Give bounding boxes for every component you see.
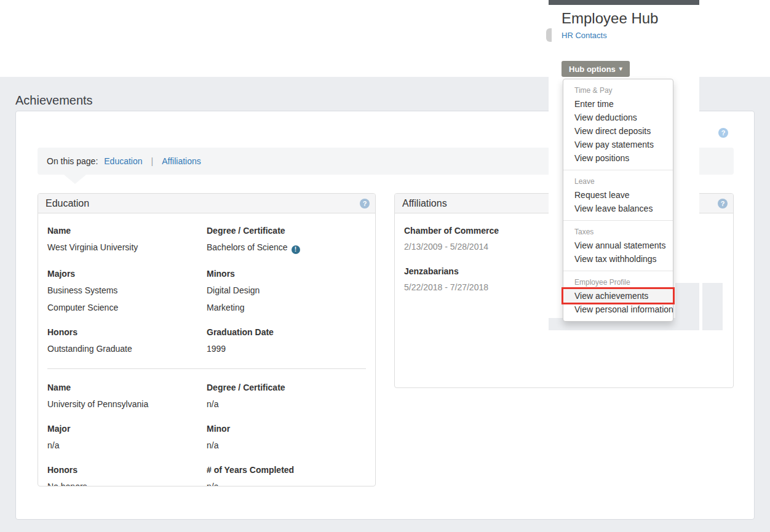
menu-divider [563, 271, 673, 271]
caret-down-icon: ▾ [619, 66, 622, 72]
field-value: 1999 [207, 344, 360, 354]
menu-item-view-tax-withholdings[interactable]: View tax withholdings [563, 252, 673, 266]
page-title: Achievements [15, 93, 93, 108]
field-label-honors: Honors [47, 465, 200, 475]
field-column-right: MinorsDigital DesignMarketing [207, 269, 366, 320]
field-label-degree-certificate: Degree / Certificate [207, 383, 360, 392]
side-tab-handle[interactable] [546, 28, 552, 42]
menu-divider [563, 170, 673, 170]
help-icon[interactable]: ? [718, 128, 728, 138]
menu-item-view-positions[interactable]: View positions [563, 151, 673, 165]
hub-options-button[interactable]: Hub options ▾ [562, 61, 630, 77]
field-value: n/a [207, 482, 360, 486]
field-column-left: NameWest Virginia University [47, 226, 207, 261]
field-value: Computer Science [47, 303, 200, 312]
menu-divider [563, 220, 673, 221]
education-panel-body: NameWest Virginia UniversityDegree / Cer… [38, 213, 375, 486]
field-label-degree-certificate: Degree / Certificate [207, 226, 360, 236]
education-panel: Education ? NameWest Virginia University… [38, 193, 376, 486]
field-value: Outstanding Graduate [47, 344, 200, 354]
field-column-right: Graduation Date1999 [207, 327, 366, 361]
field-value: Bachelors of Science! [207, 242, 360, 254]
education-field-row: NameWest Virginia UniversityDegree / Cer… [47, 226, 366, 261]
hr-contacts-link[interactable]: HR Contacts [562, 31, 607, 40]
field-value: West Virginia University [47, 242, 200, 252]
field-column-left: NameUniversity of Pennsylvania [47, 383, 207, 416]
entry-divider [47, 368, 366, 369]
field-value: Business Systems [47, 285, 200, 295]
help-icon[interactable]: ? [718, 199, 728, 208]
field-value: University of Pennsylvania [47, 399, 200, 409]
menu-item-view-annual-statements[interactable]: View annual statements [563, 239, 673, 252]
education-panel-header: Education ? [38, 194, 375, 213]
on-this-page-link-affiliations[interactable]: Affiliations [162, 156, 201, 166]
menu-item-view-achievements[interactable]: View achievements [563, 289, 673, 303]
menu-section-header-taxes: Taxes [563, 226, 673, 239]
education-field-row: Majorn/aMinorn/a [47, 424, 366, 458]
field-column-right: Degree / Certificaten/a [207, 383, 366, 416]
field-label-minors: Minors [207, 269, 360, 279]
education-field-row: HonorsOutstanding GraduateGraduation Dat… [47, 327, 366, 361]
affiliations-panel-title: Affiliations [402, 198, 447, 208]
field-column-left: MajorsBusiness SystemsComputer Science [47, 269, 207, 320]
scrollbar-strip [699, 283, 702, 330]
on-this-page-link-education[interactable]: Education [104, 156, 142, 166]
education-field-row: HonorsNo honors# of Years Completedn/a [47, 465, 366, 486]
on-this-page-label: On this page: [47, 156, 98, 166]
help-icon[interactable]: ? [360, 199, 370, 208]
field-label-honors: Honors [47, 327, 200, 337]
field-column-left: HonorsOutstanding Graduate [47, 327, 207, 361]
hub-options-label: Hub options [569, 65, 616, 74]
link-separator: | [151, 156, 154, 166]
field-label-of-years-completed: # of Years Completed [207, 465, 360, 475]
field-value: No honors [47, 482, 200, 486]
field-value: n/a [207, 440, 360, 450]
field-label-minor: Minor [207, 424, 360, 434]
menu-item-view-direct-deposits[interactable]: View direct deposits [563, 124, 673, 138]
on-this-page-pointer-icon [64, 175, 86, 184]
field-label-graduation-date: Graduation Date [207, 327, 360, 337]
menu-item-view-personal-information[interactable]: View personal information [563, 303, 673, 316]
education-field-row: MajorsBusiness SystemsComputer ScienceMi… [47, 269, 366, 320]
menu-item-view-leave-balances[interactable]: View leave balances [563, 202, 673, 215]
field-value: Marketing [207, 303, 360, 312]
field-column-right: # of Years Completedn/a [207, 465, 366, 486]
menu-item-enter-time[interactable]: Enter time [563, 97, 673, 111]
field-label-name: Name [47, 383, 200, 392]
field-label-major: Major [47, 424, 200, 434]
field-column-right: Degree / CertificateBachelors of Science… [207, 226, 366, 261]
field-label-name: Name [47, 226, 200, 236]
field-label-majors: Majors [47, 269, 200, 279]
field-column-left: Majorn/a [47, 424, 207, 458]
education-field-row: NameUniversity of PennsylvaniaDegree / C… [47, 383, 366, 416]
field-column-right: Minorn/a [207, 424, 366, 458]
menu-section-header-employee-profile: Employee Profile [563, 276, 673, 289]
menu-item-view-pay-statements[interactable]: View pay statements [563, 138, 673, 151]
employee-hub-title: Employee Hub [562, 10, 658, 27]
field-value: Digital Design [207, 285, 360, 295]
top-accent-bar [549, 0, 699, 5]
education-panel-title: Education [46, 198, 89, 208]
info-icon[interactable]: ! [292, 245, 300, 254]
menu-section-header-leave: Leave [563, 175, 673, 188]
hub-options-dropdown: Time & PayEnter timeView deductionsView … [563, 79, 673, 322]
menu-section-header-time-pay: Time & Pay [563, 84, 673, 97]
menu-item-view-deductions[interactable]: View deductions [563, 111, 673, 124]
field-column-left: HonorsNo honors [47, 465, 207, 486]
menu-item-request-leave[interactable]: Request leave [563, 188, 673, 202]
field-value: n/a [207, 399, 360, 409]
field-value: n/a [47, 440, 200, 450]
